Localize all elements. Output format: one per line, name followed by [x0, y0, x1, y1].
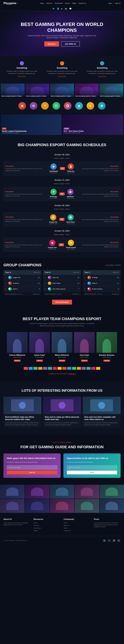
feature-3-title: Something: [84, 67, 121, 69]
feature-2-link[interactable]: Learn More: [58, 76, 66, 77]
footer-resources-title: Resources: [34, 518, 60, 520]
match-row-4: Description Lorem ipsum quis nostrud exe…: [3, 238, 121, 252]
player-5: Brandon Simmons Battle Royale WORLD: [96, 332, 117, 362]
match-row-1: Description Lorem ipsum quis nostrud exe…: [3, 162, 121, 176]
footer-resources-link-4[interactable]: Games: [34, 530, 60, 532]
social-facebook-icon[interactable]: 📘: [57, 8, 59, 10]
schedule-day-4: October 30, 2022 Esport League - Dota 2 …: [3, 227, 121, 252]
match-3-desc-left: Description Lorem ipsum quis nostrud exe…: [5, 216, 45, 222]
footer-instagram-icon[interactable]: 📷: [112, 539, 116, 542]
video-title-1: Mobile Legend Championship: [2, 130, 27, 132]
newsletter-cards: Hello guys! Get the latest information f…: [3, 454, 121, 478]
svg-point-14: [48, 288, 50, 289]
footer-twitter-icon[interactable]: 🐦: [103, 539, 106, 542]
footer-prose: Prose Lorem ipsum dolor sit amet, consec…: [94, 518, 121, 532]
footer-prose-text: Lorem ipsum dolor sit amet, consectetur …: [94, 522, 121, 528]
flag-2: [29, 367, 33, 370]
info-card-3: Duis aute iure dolor voluptate velit ess…: [83, 397, 121, 428]
gallery-item-6: [0, 499, 24, 513]
player-1: Camron Williamson Battle Royale WORLD: [7, 332, 28, 362]
gallery-item-4: [74, 485, 99, 498]
match-row-2: Description Lorem ipsum quis nostrud exe…: [3, 187, 121, 201]
nav-signup[interactable]: Sign Up: [115, 2, 121, 4]
hero-title: Best Gaming Player on World Champions: [7, 22, 117, 33]
photo-2-label: Have fun playing together in Esport: [26, 96, 49, 97]
footer-youtube-icon[interactable]: ▶: [117, 539, 121, 542]
team-logo-1: [18, 102, 27, 110]
team-logo-5: [63, 102, 72, 110]
nl-card-1-join-button[interactable]: Join Us: [7, 470, 57, 474]
svg-marker-10: [51, 241, 54, 244]
video-card-2[interactable]: Online ECC - Best Game Online Lorem ipsu…: [62, 114, 123, 135]
schedule-date-1: October 26, 2022: [3, 151, 121, 157]
photo-4: Have fun playing together in Esport: [75, 84, 99, 97]
svg-rect-9: [69, 216, 72, 218]
footer-community-link-3[interactable]: News: [64, 527, 90, 529]
gallery-item-3: [50, 485, 74, 498]
footer-facebook-icon[interactable]: f: [108, 539, 111, 542]
group-c-row-2: 2 Delta S 11: [83, 280, 121, 286]
best-player-title: Best Player Team Champions Esport: [3, 317, 121, 321]
group-col-b: Team B Win/Lost 1 Team Fly 18 2 Eave Fla…: [43, 270, 81, 296]
simulate-button[interactable]: Simulate: [44, 41, 59, 46]
video-card-1[interactable]: Live Mobile Legend Championship Lorem ip…: [1, 114, 62, 135]
social-twitter-icon[interactable]: 🐦: [52, 8, 55, 10]
social-youtube-icon[interactable]: ▶: [61, 8, 63, 10]
team-logo-4: [52, 102, 61, 110]
nav-login[interactable]: Login: [108, 2, 112, 4]
group-b-name: Team B: [45, 272, 51, 274]
nl-card-2-email-input[interactable]: [67, 465, 117, 470]
group-col-c: Team C Win/Lost 1 M Mega 20 2 Delta S 11: [83, 270, 121, 296]
info-title: Lots of interesting information from us: [3, 388, 121, 392]
features-section: Something Phasellus nibh consectetur lao…: [0, 56, 124, 83]
nav-about[interactable]: About Us: [46, 2, 53, 4]
svg-marker-15: [88, 276, 89, 278]
flag-12: [77, 367, 81, 370]
group-b-row-1: 1 Team Fly 18: [43, 275, 81, 280]
nav-auth: Login / Sign Up: [108, 2, 121, 4]
svg-point-2: [33, 105, 34, 106]
player-2-name: Gracie Coper: [29, 354, 50, 356]
group-b-footer-left: Placed: 09/08/2022 - Oct. 9: [45, 293, 62, 295]
join-button[interactable]: Join With Us: [61, 41, 80, 46]
feature-3-link[interactable]: Learn More: [98, 76, 106, 77]
footer-social-icons: 🐦 f 📷 ▶: [103, 539, 121, 542]
nav-home[interactable]: Home: [40, 2, 44, 4]
feature-1-title: Something: [3, 67, 40, 69]
gallery-section: [0, 485, 124, 513]
social-instagram-icon[interactable]: 📷: [65, 8, 67, 10]
footer-community-link-4[interactable]: Contact Us: [64, 530, 90, 532]
hero-description: Ultrices interdum nibh viverra et id lor…: [28, 35, 96, 38]
gallery-item-8: [50, 499, 74, 513]
view-schedule-button[interactable]: View Schedule: [52, 300, 72, 304]
player-5-role: Battle Royale: [96, 356, 117, 358]
group-a-row-2: 2 Smash B 14: [3, 280, 41, 286]
footer-community-link-2[interactable]: About Us: [64, 524, 90, 526]
video-tag-1: Live: [2, 128, 6, 130]
nav-contact[interactable]: Contact Us: [78, 2, 86, 4]
gallery-item-5: [100, 485, 124, 498]
available-link[interactable]: Click Here: [69, 373, 76, 374]
footer-resources-link-2[interactable]: About Us: [34, 524, 60, 526]
match-2-center: W Ranger Team Profile VS Markezul Team P…: [47, 189, 77, 199]
social-discord-icon[interactable]: 💬: [69, 8, 72, 10]
footer-resources-link-1[interactable]: Home: [34, 522, 60, 524]
group-c-row-3: 3 Rocket Merano 8: [83, 286, 121, 292]
video-tag-2: Online: [64, 128, 69, 130]
footer-bottom: © 2022 Playgame. All Rights Reserved. 🐦 …: [3, 536, 121, 542]
nav-games[interactable]: Games: [65, 2, 70, 4]
feature-1-link[interactable]: Learn More: [18, 76, 26, 77]
info-card-2: Duis sunt in culpa qui officia deserunt …: [43, 397, 81, 428]
svg-point-7: [70, 165, 71, 166]
schedule-day-1: October 26, 2022 Esport League - Dota 2 …: [3, 151, 121, 176]
nav-tournament[interactable]: Tournament: [55, 2, 63, 4]
nl-card-1-email-input[interactable]: [7, 465, 57, 470]
player-1-name: Camron Williamson: [7, 354, 28, 356]
footer-resources-link-3[interactable]: Tournament: [34, 527, 60, 529]
footer-community-link-1[interactable]: Home: [64, 522, 90, 524]
nav-pages[interactable]: Pages: [72, 2, 76, 4]
nl-card-2-join-button[interactable]: Get It: [67, 470, 117, 474]
info-card-3-desc: Lorem ipsum dolor sit amet, consectetur …: [84, 422, 119, 426]
nav-logo[interactable]: Playgame ●: [3, 2, 18, 5]
feature-2-icon: [60, 61, 64, 65]
